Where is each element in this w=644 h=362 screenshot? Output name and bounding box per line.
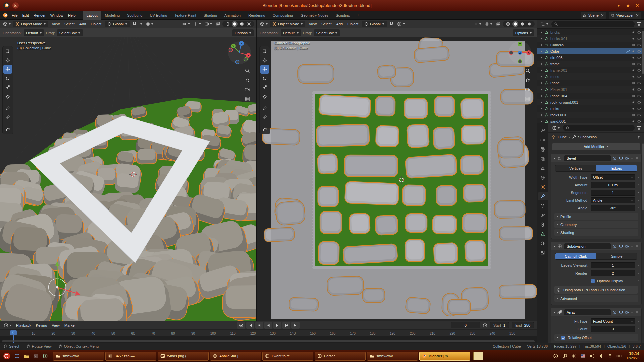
hide-in-viewport-icon[interactable] — [632, 30, 636, 34]
show-gizmos-icon[interactable] — [473, 22, 482, 26]
snap-toggle-icon[interactable] — [131, 22, 138, 26]
topbar-menu[interactable]: Window — [48, 11, 66, 20]
frame-end-field[interactable]: End250 — [512, 322, 534, 328]
view-layer-selector[interactable]: ViewLayer — [609, 12, 641, 19]
expand-icon[interactable] — [553, 246, 555, 247]
disable-in-renders-icon[interactable] — [637, 37, 641, 41]
maximize-button[interactable]: ◆ — [625, 2, 631, 9]
timeline-track-area[interactable]: 1020304050607080901001101201301401501601… — [0, 330, 537, 343]
snap-settings-icon[interactable] — [139, 23, 143, 25]
taskbar-window-button[interactable]: 345 : zsh — ... — [105, 352, 156, 361]
play-reverse-button[interactable] — [264, 322, 272, 329]
tab-render[interactable] — [538, 136, 548, 144]
levels-render-field[interactable]: 2 — [591, 270, 635, 276]
taskbar-window-button[interactable]: Parsec — [315, 352, 366, 361]
disable-in-renders-icon[interactable] — [637, 56, 641, 60]
tool-move[interactable] — [260, 65, 269, 74]
zoom-icon[interactable] — [525, 68, 530, 73]
volume-tray-icon[interactable] — [589, 353, 595, 359]
clock[interactable]: 19:14 12/28/23 — [626, 352, 642, 360]
disclosure-triangle-icon[interactable] — [541, 63, 542, 65]
taskbar-window-button[interactable]: smb://awv... — [367, 352, 418, 361]
shading-rendered-icon[interactable] — [247, 22, 251, 26]
timeline-menu[interactable]: Playback — [14, 322, 34, 329]
levels-viewport-field[interactable]: 1 — [591, 262, 635, 268]
disable-in-renders-icon[interactable] — [637, 81, 641, 85]
taskbar-window-button[interactable]: Blender [/h... — [419, 352, 470, 361]
blender-logo-icon[interactable] — [3, 13, 8, 18]
animate-dot[interactable] — [635, 273, 641, 274]
angle-field[interactable]: 30° — [591, 205, 635, 211]
remove-view-layer-icon[interactable] — [635, 13, 639, 17]
tool-rotate[interactable] — [3, 74, 12, 83]
disclosure-triangle-icon[interactable] — [541, 108, 542, 110]
outliner-row[interactable]: Plane.004 — [537, 93, 644, 99]
modifier-extras-icon[interactable] — [631, 312, 633, 313]
taskbar-window-button[interactable]: smb://awv... — [53, 352, 104, 361]
timeline-scrollbar[interactable] — [2, 340, 535, 342]
disable-in-renders-icon[interactable] — [637, 113, 641, 117]
modifier-extras-icon[interactable] — [631, 246, 633, 247]
outliner-row[interactable]: Cube — [537, 48, 644, 54]
width-type-dropdown[interactable]: Offset — [591, 174, 635, 180]
tab-world[interactable] — [538, 174, 548, 182]
add-workspace-button[interactable]: + — [354, 13, 362, 18]
disable-in-renders-icon[interactable] — [637, 94, 641, 98]
expand-icon[interactable] — [553, 312, 555, 313]
tool-scale[interactable] — [3, 83, 12, 92]
amount-field[interactable]: 0.1 m — [591, 182, 635, 188]
orientation-dropdown[interactable]: Default — [24, 29, 44, 36]
hide-in-viewport-icon[interactable] — [632, 68, 636, 72]
disable-in-renders-icon[interactable] — [637, 49, 641, 53]
properties-scrollbar[interactable] — [642, 143, 644, 210]
workspace-tab[interactable]: Animation — [221, 11, 245, 20]
tool-move[interactable] — [3, 65, 12, 74]
outliner-row[interactable]: frame.001 — [537, 67, 644, 73]
disclosure-triangle-icon[interactable] — [541, 101, 542, 103]
pan-icon[interactable] — [245, 77, 250, 83]
disable-in-renders-icon[interactable] — [637, 100, 641, 104]
display-realtime-icon[interactable] — [619, 244, 623, 248]
disclosure-triangle-icon[interactable] — [541, 88, 542, 90]
viewport-menu[interactable]: Select — [62, 20, 77, 28]
navigation-gizmo[interactable]: Y X Z — [507, 40, 533, 65]
editor-type-icon[interactable] — [259, 22, 269, 26]
tab-texture[interactable] — [538, 249, 548, 257]
workspace-tab[interactable]: Scripting — [332, 11, 354, 20]
hide-in-viewport-icon[interactable] — [632, 107, 636, 111]
close-button[interactable]: ✕ — [634, 2, 641, 9]
disable-in-renders-icon[interactable] — [637, 87, 641, 92]
show-overlays-icon[interactable] — [484, 22, 493, 26]
current-frame-field[interactable]: 0 — [451, 322, 480, 328]
tool-add-cube[interactable] — [3, 125, 12, 133]
timeline-menu[interactable]: Marker — [62, 322, 78, 329]
timeline-menu[interactable]: Keying — [34, 322, 50, 329]
hide-in-viewport-icon[interactable] — [632, 49, 636, 53]
disable-in-renders-icon[interactable] — [637, 30, 641, 34]
hide-in-viewport-icon[interactable] — [632, 62, 636, 66]
tool-3d-cursor[interactable] — [260, 56, 269, 65]
viewport-menu[interactable]: View — [49, 20, 62, 28]
preview-range-toggle[interactable] — [483, 323, 487, 328]
animate-dot[interactable] — [635, 177, 641, 178]
viewport-menu[interactable]: Object — [345, 20, 361, 28]
disable-in-renders-icon[interactable] — [637, 119, 641, 123]
tab-view-layer[interactable] — [538, 155, 548, 163]
animate-dot[interactable] — [635, 207, 641, 208]
outliner-scrollbar[interactable] — [642, 31, 644, 74]
hide-in-viewport-icon[interactable] — [632, 119, 636, 123]
options-dropdown[interactable]: Options — [513, 29, 534, 36]
limit-method-dropdown[interactable]: Angle — [591, 197, 635, 203]
viewport-3d-canvas-left[interactable] — [0, 37, 256, 321]
hide-in-viewport-icon[interactable] — [632, 94, 636, 98]
outliner-editor-type-icon[interactable] — [540, 22, 549, 26]
disclosure-triangle-icon[interactable] — [541, 69, 542, 71]
subpanel-header[interactable]: Shading — [554, 229, 638, 236]
modifier-close-icon[interactable] — [635, 244, 639, 248]
transform-orientation-dropdown[interactable]: Global — [105, 21, 130, 27]
screenshot-tray-icon[interactable] — [571, 353, 577, 359]
display-editmode-icon[interactable] — [613, 156, 617, 160]
object-visibility-icon[interactable] — [181, 22, 191, 26]
animate-dot[interactable] — [635, 321, 641, 322]
properties-search-input[interactable] — [563, 125, 635, 131]
